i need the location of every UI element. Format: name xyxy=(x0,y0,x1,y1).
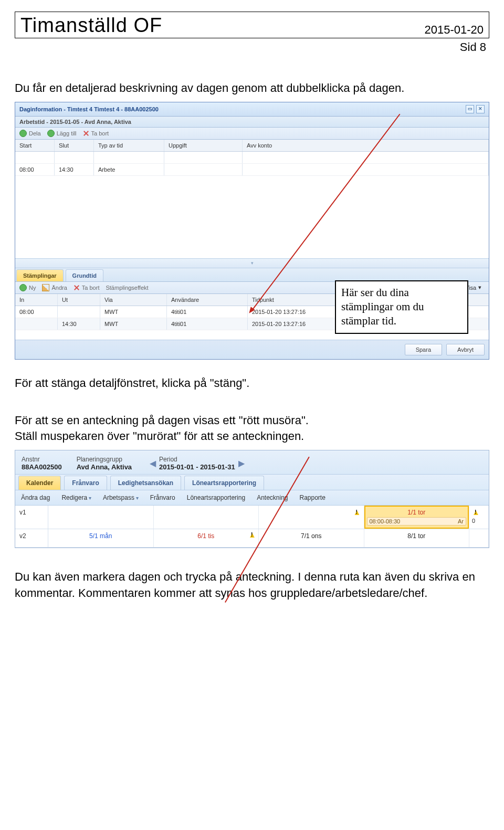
plus-icon xyxy=(19,284,27,291)
calendar-menu: Ändra dag Redigera Arbetspass Frånvaro L… xyxy=(15,490,489,506)
cal-cell[interactable]: 5/1 mån xyxy=(48,529,154,547)
cal-row-v1: v1 1/1 tor 08:00-08:30Ar 0 xyxy=(15,506,489,529)
tab-loneart[interactable]: Löneartsrapportering xyxy=(184,476,264,490)
close-icon[interactable]: ✕ xyxy=(476,105,485,113)
andra-button[interactable]: Ändra xyxy=(42,284,67,291)
anstnr-field: Anstnr 88AA002500 xyxy=(22,456,62,471)
panel-titlebar: Daginformation - Timtest 4 Timtest 4 - 8… xyxy=(15,102,489,117)
col-slut[interactable]: Slut xyxy=(55,140,94,151)
tab-kalender[interactable]: Kalender xyxy=(18,476,61,490)
main-tabs: Kalender Frånvaro Ledighetsansökan Lönea… xyxy=(15,475,489,490)
cal-cell[interactable] xyxy=(48,506,154,529)
tabort-button[interactable]: Ta bort xyxy=(83,130,109,136)
next-period-button[interactable]: ▶ xyxy=(235,458,248,468)
prev-period-button[interactable]: ◀ xyxy=(146,458,159,468)
laggtill-button[interactable]: Lägg till xyxy=(47,130,77,137)
warning-icon xyxy=(248,531,256,539)
cal-cell-selected[interactable]: 1/1 tor 08:00-08:30Ar xyxy=(364,506,470,529)
text-musora: För att se en anteckning på dagen visas … xyxy=(15,413,489,429)
menu-rapportera[interactable]: Rapporte xyxy=(294,490,331,505)
text-murorat: Ställ muspekaren över "murörat" för att … xyxy=(15,428,489,445)
grid1-empty-row[interactable] xyxy=(15,152,489,164)
maximize-icon[interactable]: ▭ xyxy=(466,105,474,113)
calendar-panel: Anstnr 88AA002500 Planeringsgrupp Avd An… xyxy=(15,450,489,548)
doc-title: Timanställd OF xyxy=(20,14,162,37)
grid1-header: Start Slut Typ av tid Uppgift Avv konto xyxy=(15,140,489,152)
cal-cell[interactable]: 7/1 ons xyxy=(259,529,364,547)
cal-cell[interactable] xyxy=(469,529,489,547)
tab-franvaro[interactable]: Frånvaro xyxy=(64,476,107,490)
spara-button[interactable]: Spara xyxy=(405,344,442,355)
menu-franvaro[interactable]: Frånvaro xyxy=(144,490,181,505)
period-field: Period 2015-01-01 - 2015-01-31 xyxy=(159,456,235,471)
grid1-body: 08:00 14:30 Arbete xyxy=(15,152,489,187)
avbryt-button[interactable]: Avbryt xyxy=(446,344,485,355)
cal-cell[interactable]: 0 xyxy=(469,506,489,529)
tabort2-button[interactable]: Ta bort xyxy=(74,285,100,291)
col-in[interactable]: In xyxy=(15,294,58,306)
grid1-row[interactable]: 08:00 14:30 Arbete xyxy=(15,164,489,176)
callout-box: Här ser du dina stämplingar om du stämpl… xyxy=(335,280,468,334)
tab-stamplingar[interactable]: Stämplingar xyxy=(16,269,64,281)
cal-cell[interactable] xyxy=(154,506,259,529)
menu-andradag[interactable]: Ändra dag xyxy=(15,490,56,505)
panel-footer: Spara Avbryt xyxy=(15,340,489,359)
toolbar-arbetstid: Dela Lägg till Ta bort xyxy=(15,128,489,140)
doc-date: 2015-01-20 xyxy=(424,23,484,37)
col-start[interactable]: Start xyxy=(15,140,55,151)
cal-cell[interactable]: 8/1 tor xyxy=(364,529,470,547)
panel-title: Daginformation - Timtest 4 Timtest 4 - 8… xyxy=(19,106,159,112)
panel-wrap: Daginformation - Timtest 4 Timtest 4 - 8… xyxy=(15,102,489,360)
cal-row-v2: v2 5/1 mån 6/1 tis 7/1 ons 8/1 tor xyxy=(15,529,489,548)
plus-icon xyxy=(47,130,55,137)
col-typ[interactable]: Typ av tid xyxy=(94,140,164,151)
tab-grundtid[interactable]: Grundtid xyxy=(66,269,103,281)
menu-redigera[interactable]: Redigera xyxy=(56,490,97,505)
week-label: v1 xyxy=(15,506,48,529)
doc-page-number: Sid 8 xyxy=(15,40,486,54)
splitter-handle[interactable]: ▾ xyxy=(15,258,489,268)
pencil-icon xyxy=(42,284,49,291)
dela-button[interactable]: Dela xyxy=(19,130,41,137)
col-ut[interactable]: Ut xyxy=(58,294,100,306)
ny-button[interactable]: Ny xyxy=(19,284,36,291)
cal-cell[interactable]: 6/1 tis xyxy=(154,529,259,547)
time-bar: 08:00-08:30Ar xyxy=(367,517,467,526)
menu-loneart[interactable]: Löneartsrapportering xyxy=(181,490,251,505)
stamplingseffekt-button[interactable]: Stämplingseffekt xyxy=(106,285,148,291)
document-header: Timanställd OF 2015-01-20 xyxy=(15,12,489,38)
warning-icon xyxy=(353,509,361,516)
col-anvandare[interactable]: Användare xyxy=(167,294,248,306)
x-icon xyxy=(83,130,89,136)
plus-icon xyxy=(19,130,27,137)
plgrp-field: Planeringsgrupp Avd Anna, Aktiva xyxy=(77,456,132,471)
col-avvkonto[interactable]: Avv konto xyxy=(243,140,489,151)
panel2-wrap: Anstnr 88AA002500 Planeringsgrupp Avd An… xyxy=(15,450,489,548)
text-anteckning: Du kan även markera dagen och trycka på … xyxy=(15,569,489,602)
x-icon xyxy=(74,285,80,291)
warning-icon xyxy=(472,509,480,516)
intro-text: Du får en detaljerad beskrivning av dage… xyxy=(15,80,489,97)
menu-arbetspass[interactable]: Arbetspass xyxy=(97,490,144,505)
field-row: Anstnr 88AA002500 Planeringsgrupp Avd An… xyxy=(15,450,489,475)
tab-ledighet[interactable]: Ledighetsansökan xyxy=(110,476,181,490)
col-uppgift[interactable]: Uppgift xyxy=(164,140,243,151)
text-stang: För att stänga detaljfönstret, klicka på… xyxy=(15,375,489,392)
panel-subtitle: Arbetstid - 2015-01-05 - Avd Anna, Aktiv… xyxy=(15,117,489,128)
col-via[interactable]: Via xyxy=(100,294,167,306)
week-label: v2 xyxy=(15,529,48,547)
